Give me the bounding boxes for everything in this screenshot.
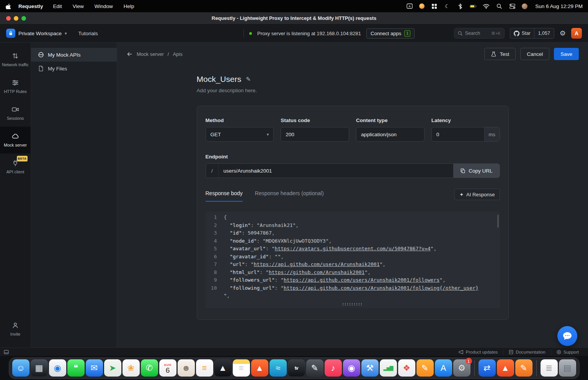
endpoint-input[interactable]: users/Arunshaik2001 xyxy=(219,164,454,178)
connect-apps-button[interactable]: Connect apps 1 xyxy=(366,28,415,39)
app-footer: Product updates Documentation Support xyxy=(0,347,588,356)
star-count: 1,057 xyxy=(534,28,554,38)
spotlight-search-icon[interactable] xyxy=(496,3,503,9)
bluetooth-icon[interactable] xyxy=(457,3,464,9)
menu-edit[interactable]: Edit xyxy=(53,3,62,9)
dock-pencil-orange-icon[interactable]: ✎ xyxy=(515,359,532,377)
product-updates-link[interactable]: Product updates xyxy=(453,349,503,355)
test-button[interactable]: Test xyxy=(484,48,516,60)
support-icon xyxy=(557,350,561,354)
dock-brave-2-icon[interactable]: ▲ xyxy=(497,359,514,377)
dock-music-icon[interactable]: ♪ xyxy=(325,359,342,377)
user-avatar[interactable]: A xyxy=(571,28,582,39)
menu-window[interactable]: Window xyxy=(95,3,113,9)
zoom-window-button[interactable] xyxy=(21,16,26,21)
code-line: 10 "following_url": "https://api.github.… xyxy=(206,284,500,300)
method-select[interactable]: GET ▾ xyxy=(206,127,274,142)
dock-photos-icon[interactable]: ❀ xyxy=(122,359,140,377)
dock-requestly-icon[interactable]: ⇄ xyxy=(479,359,496,377)
tab-response-headers[interactable]: Response headers (optional) xyxy=(255,190,324,202)
dock-textedit-icon[interactable]: ≣ xyxy=(541,359,558,377)
dock-stocks-icon[interactable]: ▲ xyxy=(214,359,232,377)
code-line: 3 "id": 50947867, xyxy=(206,229,500,237)
dock-reminders-icon[interactable]: ≡ xyxy=(196,359,213,377)
input-source-icon[interactable]: A xyxy=(406,3,413,9)
dock-pencil-dark-icon[interactable]: ✎ xyxy=(306,359,323,377)
search-placeholder: Search xyxy=(465,31,480,36)
control-center-icon[interactable] xyxy=(509,3,516,9)
dock-pages-icon[interactable]: ✎ xyxy=(416,359,434,377)
dock-messages-icon[interactable]: ❝ xyxy=(67,359,85,377)
desktop-strip: ☺▦◉❝✉➤❀✆AUG6☻≡▲≡▲≈tv✎♪◉⚒▂▅▇❖✎A⚙1⇄▲✎≣▤ xyxy=(0,356,588,380)
save-button[interactable]: Save xyxy=(554,48,579,60)
dock-xcode-icon[interactable]: ⚒ xyxy=(361,359,379,377)
connect-apps-label: Connect apps xyxy=(371,31,401,36)
cancel-button[interactable]: Cancel xyxy=(520,48,549,60)
dock-apple-tv-icon[interactable]: tv xyxy=(288,359,305,377)
settings-gear-icon[interactable]: ⚙ xyxy=(560,30,566,37)
dock-podcasts-icon[interactable]: ◉ xyxy=(343,359,360,377)
chat-bubble-icon xyxy=(562,331,572,341)
github-icon xyxy=(514,31,519,36)
apple-menu-icon[interactable] xyxy=(5,3,11,9)
dock-brave-icon[interactable]: ▲ xyxy=(251,359,268,377)
menubar-clock[interactable]: Sun 6 Aug 12:29 PM xyxy=(535,3,583,9)
dock-app-store-icon[interactable]: A xyxy=(435,359,452,377)
sidebar-item-network-traffic[interactable]: Network traffic xyxy=(0,46,31,73)
back-arrow-icon[interactable] xyxy=(126,51,133,57)
battery-icon[interactable] xyxy=(470,3,477,9)
dock-settings-icon[interactable]: ⚙1 xyxy=(453,359,470,377)
dock-mail-icon[interactable]: ✉ xyxy=(86,359,103,377)
close-window-button[interactable] xyxy=(6,16,11,21)
tab-response-body[interactable]: Response body xyxy=(206,190,243,202)
latency-input[interactable]: 0 xyxy=(432,127,484,141)
grid-app-icon[interactable] xyxy=(431,3,438,9)
support-link[interactable]: Support xyxy=(551,349,584,355)
sidebar-item-api-client[interactable]: BETA API client xyxy=(0,153,31,180)
breadcrumb-page[interactable]: Apis xyxy=(173,51,182,57)
menu-view[interactable]: View xyxy=(73,3,84,9)
dock-contacts-icon[interactable]: ☻ xyxy=(178,359,195,377)
focus-moon-icon[interactable]: ☾ xyxy=(444,3,451,9)
editor-scrollbar[interactable] xyxy=(497,215,499,228)
dock-finder-icon[interactable]: ☺ xyxy=(12,359,29,377)
menu-app-name[interactable]: Requestly xyxy=(18,3,43,9)
wifi-icon[interactable] xyxy=(483,3,490,9)
menubar-app-icon[interactable] xyxy=(419,3,425,9)
dock-weather-icon[interactable]: ≈ xyxy=(270,359,287,377)
documentation-link[interactable]: Documentation xyxy=(503,349,550,355)
editor-resize-handle[interactable] xyxy=(342,303,363,306)
breadcrumb-section[interactable]: Mock server xyxy=(137,51,164,57)
sidebar-item-http-rules[interactable]: HTTP Rules xyxy=(0,73,31,100)
tutorials-link[interactable]: Tutorials xyxy=(78,31,98,36)
dock-facetime-icon[interactable]: ✆ xyxy=(141,359,158,377)
dock-trash-icon[interactable]: ▤ xyxy=(559,359,576,377)
dock-launchpad-icon[interactable]: ▦ xyxy=(31,359,48,377)
sidebar-item-my-mock-apis[interactable]: My Mock APIs xyxy=(31,48,117,62)
dock-notes-icon[interactable]: ≡ xyxy=(233,359,250,377)
response-body-editor[interactable]: 1{2 "login": "Arunshaik21",3 "id": 50947… xyxy=(206,212,500,308)
menu-help[interactable]: Help xyxy=(124,3,134,9)
sidebar-item-sessions[interactable]: Sessions xyxy=(0,100,31,127)
dock-widgets-icon[interactable]: ❖ xyxy=(398,359,415,377)
chat-support-button[interactable] xyxy=(557,326,577,346)
copy-url-button[interactable]: Copy URL xyxy=(453,164,499,178)
ai-response-button[interactable]: ✦ AI Response xyxy=(454,189,500,200)
dock-safari-icon[interactable]: ◉ xyxy=(49,359,66,377)
minimize-window-button[interactable] xyxy=(14,16,18,21)
sidebar-item-mock-server[interactable]: Mock server xyxy=(0,127,31,153)
status-code-input[interactable]: 200 xyxy=(281,127,349,142)
dock-maps-icon[interactable]: ➤ xyxy=(104,359,121,377)
github-star-widget[interactable]: Star 1,057 xyxy=(510,28,554,39)
sidebar-item-my-files[interactable]: My Files xyxy=(31,62,117,75)
edit-name-icon[interactable]: ✎ xyxy=(246,76,251,83)
sidebar-item-invite[interactable]: Invite xyxy=(0,316,31,347)
bottom-panel-icon[interactable] xyxy=(4,350,9,354)
dock-numbers-icon[interactable]: ▂▅▇ xyxy=(380,359,397,377)
content-type-input[interactable]: application/json xyxy=(356,127,425,142)
workspace-selector[interactable]: Private Workspace ▾ xyxy=(6,29,67,38)
dock-calendar-icon[interactable]: AUG6 xyxy=(159,359,176,377)
global-search[interactable]: Search ⌘+K xyxy=(454,28,505,39)
mock-description[interactable]: Add your description here. xyxy=(197,88,509,93)
menubar-user-avatar[interactable] xyxy=(522,3,528,9)
